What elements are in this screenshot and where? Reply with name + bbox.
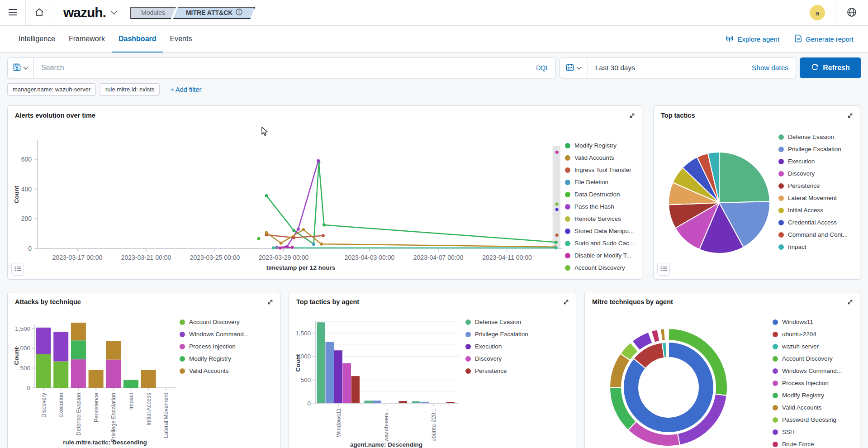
- legend-label: Impact: [788, 243, 806, 250]
- legend-swatch: [773, 332, 778, 337]
- legend-item[interactable]: Discovery: [465, 353, 528, 365]
- mitre-techniques-donut-chart[interactable]: [589, 301, 757, 448]
- legend-label: Defense Evasion: [475, 319, 521, 325]
- legend-item[interactable]: Process Injection: [180, 340, 249, 353]
- legend-item[interactable]: Pass the Hash: [565, 200, 634, 213]
- legend-item[interactable]: Sudo and Sudo Cac...: [565, 237, 634, 249]
- legend-toggle-button[interactable]: [657, 263, 670, 276]
- expand-panel-button[interactable]: [845, 110, 855, 122]
- menu-button[interactable]: [0, 0, 25, 25]
- svg-text:500: 500: [300, 377, 311, 383]
- legend-label: Persistence: [788, 182, 820, 189]
- legend-item[interactable]: Execution: [778, 155, 848, 167]
- add-filter-button[interactable]: + Add filter: [170, 86, 201, 93]
- avatar[interactable]: a: [810, 5, 825, 20]
- expand-panel-button[interactable]: [627, 110, 637, 122]
- legend-item[interactable]: Account Discovery: [773, 353, 842, 365]
- legend-item[interactable]: Valid Accounts: [565, 152, 634, 164]
- svg-text:Persistence: Persistence: [93, 393, 100, 422]
- legend-item[interactable]: ubuntu-2204: [773, 328, 842, 340]
- chevron-down-icon[interactable]: [110, 9, 118, 17]
- legend-item[interactable]: Valid Accounts: [773, 401, 842, 414]
- breadcrumb-modules[interactable]: Modules: [130, 7, 176, 19]
- legend-item[interactable]: Defense Evasion: [465, 316, 528, 328]
- search-input[interactable]: [34, 64, 530, 72]
- panel-title: Top tactics: [661, 112, 695, 119]
- legend-item[interactable]: Initial Access: [778, 204, 848, 216]
- legend-item[interactable]: Disable or Modify T...: [565, 249, 634, 262]
- legend-item[interactable]: Account Discovery: [565, 262, 634, 274]
- time-range-value[interactable]: Last 30 days: [588, 64, 745, 72]
- tab-framework[interactable]: Framework: [62, 26, 112, 52]
- expand-panel-button[interactable]: [561, 297, 571, 309]
- legend-item[interactable]: Persistence: [465, 365, 528, 377]
- svg-text:Count: Count: [13, 347, 20, 365]
- legend-item[interactable]: Account Discovery: [180, 316, 249, 328]
- legend-item[interactable]: Windows Command...: [180, 328, 249, 340]
- legend-item[interactable]: Ingress Tool Transfer: [565, 164, 634, 176]
- legend-item[interactable]: Command and Cont...: [778, 229, 848, 241]
- legend-item[interactable]: Password Guessing: [773, 414, 842, 426]
- generate-report-button[interactable]: Generate report: [795, 34, 854, 44]
- alerts-evolution-chart[interactable]: 02004006002023-03-17 00:002023-03-21 00:…: [11, 121, 565, 277]
- legend-item[interactable]: Stored Data Manipu...: [565, 225, 634, 237]
- legend-swatch: [565, 216, 570, 222]
- tab-dashboard[interactable]: Dashboard: [112, 26, 163, 52]
- home-button[interactable]: [26, 0, 53, 25]
- legend-item[interactable]: File Deletion: [565, 176, 634, 188]
- legend-item[interactable]: Persistence: [778, 180, 848, 192]
- panel-top-tactics: Top tactics Defense EvasionPrivilege Esc…: [653, 105, 860, 280]
- expand-panel-button[interactable]: [845, 297, 855, 309]
- legend-swatch: [180, 368, 185, 374]
- saved-queries-button[interactable]: [8, 58, 34, 78]
- tab-actions: Explore agent Generate report: [725, 26, 856, 52]
- legend-item[interactable]: Modify Registry: [773, 389, 842, 401]
- show-dates-button[interactable]: Show dates: [745, 64, 796, 72]
- legend-item[interactable]: SSH: [773, 426, 842, 438]
- legend-item[interactable]: Privilege Escalation: [465, 328, 528, 340]
- legend-label: Valid Accounts: [189, 367, 229, 374]
- legend-item[interactable]: Modify Registry: [565, 139, 634, 152]
- expand-panel-button[interactable]: [265, 297, 275, 309]
- legend-item[interactable]: Impact: [778, 241, 848, 253]
- filter-chip-rule-mitre-id[interactable]: rule.mitre.id: exists: [100, 83, 160, 95]
- svg-text:Execution: Execution: [58, 393, 64, 418]
- legend-item[interactable]: Execution: [465, 340, 528, 353]
- legend-item[interactable]: Modify Registry: [180, 353, 249, 365]
- explore-agent-button[interactable]: Explore agent: [725, 35, 780, 43]
- legend-toggle-button[interactable]: [11, 263, 24, 276]
- wazuh-logo[interactable]: wazuh.: [53, 5, 124, 20]
- query-language-button[interactable]: DQL: [530, 64, 555, 71]
- legend-swatch: [180, 332, 185, 337]
- legend-item[interactable]: Remote Services: [565, 213, 634, 225]
- filter-chip-manager-name[interactable]: manager.name: wazuh-server: [7, 83, 96, 95]
- top-tactics-by-agent-chart[interactable]: 05001,0001,500Windows11wazuh-serv...ubun…: [294, 309, 463, 448]
- legend-swatch: [778, 244, 784, 250]
- refresh-button[interactable]: Refresh: [800, 57, 861, 78]
- info-icon[interactable]: [236, 9, 242, 17]
- refresh-label: Refresh: [823, 64, 850, 72]
- legend-item[interactable]: Discovery: [778, 167, 848, 180]
- expand-icon: [847, 114, 854, 120]
- legend-item[interactable]: Lateral Movement: [778, 192, 848, 204]
- legend-item[interactable]: Process Injection: [773, 377, 842, 389]
- legend-item[interactable]: Credential Access: [778, 216, 848, 229]
- legend-item[interactable]: Data Destruction: [565, 188, 634, 200]
- legend-item[interactable]: Valid Accounts: [180, 365, 249, 377]
- svg-text:Count: Count: [13, 186, 20, 203]
- breadcrumb-mitre-attack[interactable]: MITRE ATT&CK: [173, 7, 255, 19]
- svg-text:wazuh-serv...: wazuh-serv...: [383, 408, 389, 442]
- legend-item[interactable]: Windows Command...: [773, 365, 842, 377]
- tab-events[interactable]: Events: [163, 26, 199, 52]
- tab-intelligence[interactable]: Intelligence: [12, 26, 62, 52]
- legend-item[interactable]: Defense Evasion: [778, 131, 848, 143]
- legend-item[interactable]: wazuh-server: [773, 340, 842, 353]
- generate-report-label: Generate report: [806, 35, 854, 43]
- calendar-button[interactable]: [560, 58, 588, 78]
- news-button[interactable]: [835, 0, 868, 25]
- attacks-by-technique-chart[interactable]: 05001,0001,500DiscoveryExecutionDefense …: [12, 309, 184, 448]
- legend-item[interactable]: Windows11: [773, 316, 842, 328]
- legend-item[interactable]: Privilege Escalation: [778, 143, 848, 155]
- top-tactics-pie-chart[interactable]: [663, 129, 776, 260]
- legend-item[interactable]: Brute Force: [773, 438, 842, 448]
